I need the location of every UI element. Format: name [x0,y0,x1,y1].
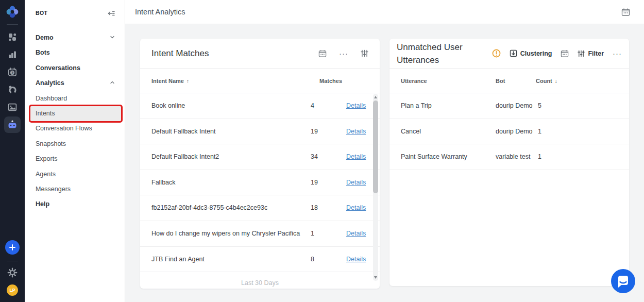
sidebar-item-bots[interactable]: Bots [30,45,121,60]
sidebar-item-analytics[interactable]: Analytics [30,76,121,91]
details-link[interactable]: Details [346,144,366,170]
page-title: Intent Analytics [135,0,185,24]
more-menu-icon[interactable]: ··· [339,51,348,56]
collapse-sidebar-icon[interactable] [107,9,115,18]
matches-cell: 1 [311,221,314,247]
matches-cell: 4 [311,93,314,119]
plus-icon [9,244,16,251]
scroll-down-arrow[interactable] [374,276,377,279]
settings-gear-icon[interactable] [7,267,18,278]
chevron-up-icon [110,76,115,91]
bot-cell: dourip Demo [496,93,533,119]
intent-table-header: Intent Name↑ Matches [140,69,380,93]
clustering-button[interactable]: Clustering [510,49,552,57]
column-matches[interactable]: Matches [319,69,342,93]
details-link[interactable]: Details [346,119,366,145]
sidebar-item-exports[interactable]: Exports [30,152,121,166]
date-range-footer: Last 30 Days [140,279,380,287]
utterance-cell: Paint Surface Warranty [401,144,467,170]
calendar-icon[interactable] [561,49,569,58]
table-row: Canceldourip Demo1 [389,119,629,145]
sidebar-item-demo[interactable]: Demo [30,30,121,45]
bot-nav-active[interactable] [4,116,21,133]
column-bot[interactable]: Bot [496,69,505,93]
sort-desc-icon: ↓ [555,78,557,84]
chevron-down-icon [110,30,115,45]
intent-name-cell: fb2152af-20bf-4dc3-8755-c4b4ec2ce93c [151,195,267,221]
details-link[interactable]: Details [346,93,366,119]
user-avatar[interactable]: LP [7,284,18,296]
table-row: Default Fallback Intent19Details [140,119,380,145]
table-scrollbar[interactable] [373,94,378,281]
sidebar-item-label: Analytics [36,79,64,87]
table-row: Book online4Details [140,93,380,119]
intent-name-cell: How do I change my wipers on my Chrysler… [151,221,300,247]
sidebar-item-intents[interactable]: Intents [30,106,121,121]
intent-name-cell: Default Fallback Intent2 [151,144,219,170]
sidebar-item-label: Conversation Flows [36,125,92,132]
app-logo-icon[interactable] [6,5,19,19]
sidebar-item-conversation-flows[interactable]: Conversation Flows [30,121,121,136]
table-row: Fallback19Details [140,170,380,196]
calendar-day-icon[interactable]: 7 [7,67,18,77]
more-menu-icon[interactable]: ··· [613,51,622,56]
scrollbar-thumb[interactable] [373,100,378,193]
sidebar-item-snapshots[interactable]: Snapshots [30,137,121,152]
details-link[interactable]: Details [346,195,366,221]
bot-cell: dourip Demo [496,119,533,145]
sidebar-item-dashboard[interactable]: Dashboard [30,91,121,106]
matches-cell: 34 [311,144,318,170]
dashboard-grid-icon[interactable] [7,32,18,42]
intent-matches-rows: Book online4DetailsDefault Fallback Inte… [140,93,380,272]
rail-divider [7,261,18,261]
sidebar-menu: DemoBotsConversationsAnalyticsDashboardI… [25,30,125,212]
filter-sliders-icon [578,50,585,57]
image-icon[interactable] [7,102,18,112]
utterance-cell: Plan a Trip [401,93,432,119]
rail-divider [7,24,18,25]
details-link[interactable]: Details [346,247,366,273]
matches-cell: 19 [311,170,318,196]
sidebar-item-messengers[interactable]: Messengers [30,182,121,197]
add-button[interactable] [5,240,20,255]
details-link[interactable]: Details [346,170,366,196]
robot-icon [7,119,18,130]
topbar: Intent Analytics [125,0,644,24]
calendar-icon[interactable] [318,49,327,58]
column-count[interactable]: Count↓ [536,69,557,94]
card-title: Intent Matches [151,48,209,59]
sidebar-item-label: Dashboard [36,95,67,102]
scroll-up-arrow[interactable] [374,96,377,98]
sidebar-item-agents[interactable]: Agents [30,167,121,182]
donut-chart-icon[interactable] [7,85,18,95]
sort-asc-icon: ↑ [187,78,189,84]
warning-icon[interactable] [492,49,501,58]
table-row: JTB Find an Agent8Details [140,247,380,273]
sidebar-item-conversations[interactable]: Conversations [30,61,121,76]
details-link[interactable]: Details [346,221,366,247]
sidebar-item-label: Demo [36,34,54,41]
card-title: Unmatched User Utterances [397,41,475,66]
column-intent-name[interactable]: Intent Name↑ [151,69,189,94]
clustering-icon [510,49,517,57]
sidebar-item-label: Messengers [36,186,71,193]
intent-matches-card: Intent Matches ··· [140,39,380,289]
date-range-icon[interactable] [621,8,630,16]
filter-button[interactable]: Filter [578,50,604,57]
sidebar-item-help[interactable]: Help [30,197,121,212]
analytics-bars-icon[interactable] [7,49,18,60]
chat-launcher-icon[interactable] [611,269,635,293]
column-settings-icon[interactable] [361,49,368,57]
sidebar-item-label: Bots [36,49,50,56]
table-row: fb2152af-20bf-4dc3-8755-c4b4ec2ce93c18De… [140,195,380,221]
table-row: Default Fallback Intent234Details [140,144,380,170]
unmatched-utterances-card: Unmatched User Utterances Clustering [389,39,629,286]
table-row: Paint Surface Warrantyvariable test1 [389,144,629,170]
workspace-label: BOT [36,10,47,16]
column-utterance[interactable]: Utterance [401,69,427,93]
sidebar: BOT DemoBotsConversationsAnalyticsDashbo… [25,0,125,302]
count-cell: 1 [538,144,541,170]
intent-name-cell: Fallback [151,170,176,196]
utterance-table-header: Utterance Bot Count↓ [389,69,629,93]
table-row: Plan a Tripdourip Demo5 [389,93,629,119]
